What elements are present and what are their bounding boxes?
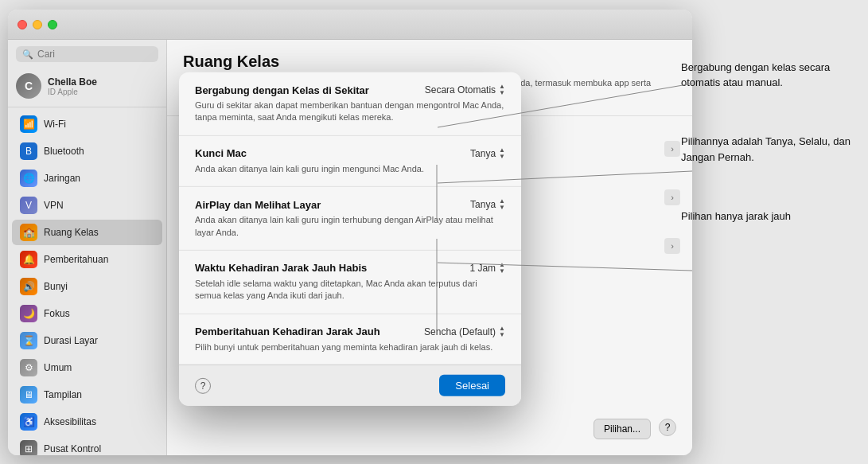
annotation-2-text: Pilihannya adalah Tanya, Selalu, dan Jan… xyxy=(681,135,850,162)
modal-row-airplay-title: AirPlay dan Melihat Layar xyxy=(195,198,321,210)
sidebar-label-durasilayar: Durasi Layar xyxy=(44,335,98,346)
modal-select-bergabung[interactable]: Secara Otomatis ▲▼ xyxy=(425,84,505,96)
modal-select-airplay-label: Tanya xyxy=(470,199,496,210)
screentime-icon: ⌛ xyxy=(20,332,37,349)
network-icon: 🌐 xyxy=(20,170,37,187)
vpn-icon: V xyxy=(20,197,37,214)
select-arrows-pemberitahuan: ▲▼ xyxy=(499,326,505,338)
sidebar-item-bluetooth[interactable]: B Bluetooth xyxy=(12,138,162,164)
modal-select-kuncimac[interactable]: Tanya ▲▼ xyxy=(470,147,505,160)
content-title: Ruang Kelas xyxy=(183,53,676,71)
modal-row-pemberitahuan-header: Pemberitahuan Kehadiran Jarak Jauh Sench… xyxy=(195,326,505,338)
modal-row-kuncimac-title: Kunci Mac xyxy=(195,147,247,159)
modal-row-pemberitahuan-desc: Pilih bunyi untuk pemberitahuan yang mem… xyxy=(195,341,505,353)
modal-select-pemberitahuan-label: Sencha (Default) xyxy=(424,326,496,337)
select-arrows-waktu: ▲▼ xyxy=(499,262,505,275)
modal-select-waktu-label: 1 Jam xyxy=(469,263,496,274)
modal-select-waktu[interactable]: 1 Jam ▲▼ xyxy=(469,262,505,275)
annotation-3: Pilihan hanya jarak jauh xyxy=(681,209,852,224)
annotation-1: Bergabung dengan kelas secara otomatis a… xyxy=(681,60,852,90)
select-arrows-airplay: ▲▼ xyxy=(499,198,505,211)
bluetooth-icon: B xyxy=(20,142,37,160)
modal-select-airplay[interactable]: Tanya ▲▼ xyxy=(470,198,505,211)
sidebar-item-ruangkelas[interactable]: 🏫 Ruang Kelas xyxy=(12,220,162,245)
access-icon: ♿ xyxy=(20,413,37,431)
close-button[interactable] xyxy=(18,20,27,29)
annotations-container: Bergabung dengan kelas secara otomatis a… xyxy=(681,60,852,224)
sidebar-label-pemberitahuan: Pemberitahuan xyxy=(44,254,108,265)
profile-name: Chella Boe xyxy=(48,76,97,88)
focus-icon: 🌙 xyxy=(20,305,37,322)
classroom-icon: 🏫 xyxy=(20,224,37,241)
sidebar-label-jaringan: Jaringan xyxy=(44,173,80,184)
profile-section[interactable]: C Chella Boe ID Apple xyxy=(8,68,166,107)
chevron-btn-1[interactable]: › xyxy=(664,141,680,157)
sidebar-label-wifi: Wi-Fi xyxy=(44,119,66,130)
sidebar-item-jaringan[interactable]: 🌐 Jaringan xyxy=(12,166,162,191)
sidebar-label-aksesibilitas: Aksesibilitas xyxy=(44,416,96,427)
modal-select-kuncimac-label: Tanya xyxy=(470,148,496,159)
traffic-lights xyxy=(18,20,57,29)
sidebar-item-aksesibilitas[interactable]: ♿ Aksesibilitas xyxy=(12,409,162,435)
sidebar-item-fokus[interactable]: 🌙 Fokus xyxy=(12,301,162,326)
sidebar-item-durasilayar[interactable]: ⌛ Durasi Layar xyxy=(12,328,162,353)
sidebar-label-bluetooth: Bluetooth xyxy=(44,146,84,157)
modal-help-button[interactable]: ? xyxy=(195,377,211,393)
sidebar-item-pemberitahuan[interactable]: 🔔 Pemberitahuan xyxy=(12,247,162,272)
select-arrows-kuncimac: ▲▼ xyxy=(499,147,505,160)
select-arrows-bergabung: ▲▼ xyxy=(499,84,505,96)
maximize-button[interactable] xyxy=(48,20,57,29)
modal-row-kuncimac-header: Kunci Mac Tanya ▲▼ xyxy=(195,147,505,160)
sidebar-item-tampilan[interactable]: 🖥 Tampilan xyxy=(12,382,162,407)
modal-row-waktu-header: Waktu Kehadiran Jarak Jauh Habis 1 Jam ▲… xyxy=(195,262,505,275)
notif-icon: 🔔 xyxy=(20,251,37,268)
sidebar-item-pusatkontrol[interactable]: ⊞ Pusat Kontrol xyxy=(12,436,162,455)
modal-footer: ? Selesai xyxy=(179,365,521,406)
title-bar xyxy=(8,10,692,40)
profile-subtitle: ID Apple xyxy=(48,88,97,96)
sound-icon: 🔊 xyxy=(20,278,37,295)
modal-select-pemberitahuan[interactable]: Sencha (Default) ▲▼ xyxy=(424,326,505,338)
modal-select-bergabung-label: Secara Otomatis xyxy=(425,84,496,96)
help-button[interactable]: ? xyxy=(659,419,676,436)
modal-row-pemberitahuan-title: Pemberitahuan Kehadiran Jarak Jauh xyxy=(195,326,380,337)
search-input[interactable] xyxy=(37,49,152,60)
bottom-buttons: Pilihan... ? xyxy=(594,419,676,439)
minimize-button[interactable] xyxy=(33,20,42,29)
modal-row-airplay-desc: Anda akan ditanya lain kali guru ingin t… xyxy=(195,214,505,239)
modal-row-waktu: Waktu Kehadiran Jarak Jauh Habis 1 Jam ▲… xyxy=(179,251,521,314)
modal-row-kuncimac: Kunci Mac Tanya ▲▼ Anda akan ditanya lai… xyxy=(179,136,521,187)
sidebar-item-bunyi[interactable]: 🔊 Bunyi xyxy=(12,274,162,299)
profile-info: Chella Boe ID Apple xyxy=(48,76,97,96)
chevron-btn-2[interactable]: › xyxy=(664,189,680,205)
sidebar-label-tampilan: Tampilan xyxy=(44,389,82,400)
modal-row-bergabung: Bergabung dengan Kelas di Sekitar Secara… xyxy=(179,72,521,136)
sidebar-label-pusatkontrol: Pusat Kontrol xyxy=(44,443,101,454)
modal-row-bergabung-desc: Guru di sekitar akan dapat memberikan ba… xyxy=(195,99,505,124)
sidebar-label-ruangkelas: Ruang Kelas xyxy=(44,227,99,238)
display-icon: 🖥 xyxy=(20,386,37,404)
modal-row-bergabung-header: Bergabung dengan Kelas di Sekitar Secara… xyxy=(195,84,505,96)
wifi-icon: 📶 xyxy=(20,115,37,133)
sidebar-label-bunyi: Bunyi xyxy=(44,281,68,292)
annotation-1-text: Bergabung dengan kelas secara otomatis a… xyxy=(681,61,830,88)
modal-content: Bergabung dengan Kelas di Sekitar Secara… xyxy=(179,72,521,365)
sidebar-item-vpn[interactable]: V VPN xyxy=(12,193,162,218)
annotation-3-text: Pilihan hanya jarak jauh xyxy=(681,210,791,222)
sidebar-label-vpn: VPN xyxy=(44,200,64,211)
modal-row-kuncimac-desc: Anda akan ditanya lain kali guru ingin m… xyxy=(195,163,505,175)
modal-done-button[interactable]: Selesai xyxy=(439,375,505,396)
chevron-btn-3[interactable]: › xyxy=(664,238,680,254)
modal-row-bergabung-title: Bergabung dengan Kelas di Sekitar xyxy=(195,84,369,96)
modal-row-waktu-title: Waktu Kehadiran Jarak Jauh Habis xyxy=(195,262,367,274)
modal-row-airplay: AirPlay dan Melihat Layar Tanya ▲▼ Anda … xyxy=(179,187,521,251)
pilihan-button[interactable]: Pilihan... xyxy=(594,419,651,439)
sidebar-label-fokus: Fokus xyxy=(44,308,70,319)
annotation-2: Pilihannya adalah Tanya, Selalu, dan Jan… xyxy=(681,134,852,164)
modal-row-airplay-header: AirPlay dan Melihat Layar Tanya ▲▼ xyxy=(195,198,505,211)
sidebar-item-umum[interactable]: ⚙ Umum xyxy=(12,355,162,380)
sidebar-item-wifi[interactable]: 📶 Wi-Fi xyxy=(12,111,162,137)
search-wrapper[interactable]: 🔍 xyxy=(16,46,158,62)
avatar: C xyxy=(16,73,41,99)
sidebar: 🔍 C Chella Boe ID Apple 📶 Wi-Fi xyxy=(8,40,167,455)
